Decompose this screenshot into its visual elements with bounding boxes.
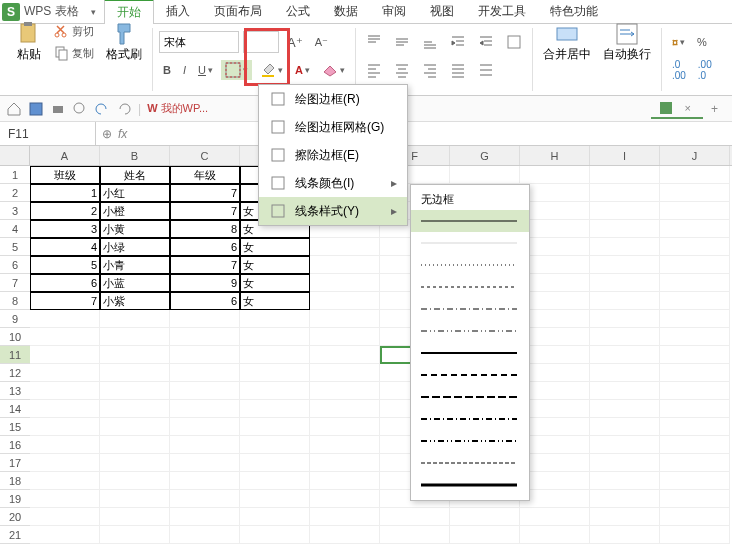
cell[interactable] xyxy=(170,454,240,472)
cell[interactable] xyxy=(310,346,380,364)
cell[interactable] xyxy=(310,454,380,472)
cell[interactable] xyxy=(660,274,730,292)
cell[interactable] xyxy=(100,472,170,490)
cell[interactable] xyxy=(520,310,590,328)
cell[interactable] xyxy=(380,526,450,544)
cell[interactable] xyxy=(240,508,310,526)
cell[interactable]: 4 xyxy=(30,238,100,256)
cell[interactable] xyxy=(660,382,730,400)
cell[interactable] xyxy=(590,184,660,202)
cell[interactable] xyxy=(240,418,310,436)
cell[interactable] xyxy=(520,202,590,220)
cell[interactable] xyxy=(520,238,590,256)
cell[interactable] xyxy=(100,490,170,508)
align-middle-button[interactable] xyxy=(390,32,414,52)
cell[interactable] xyxy=(590,328,660,346)
cell[interactable] xyxy=(310,364,380,382)
cell[interactable] xyxy=(310,310,380,328)
cell[interactable] xyxy=(660,526,730,544)
print-icon[interactable] xyxy=(50,101,66,117)
cell[interactable] xyxy=(450,166,520,184)
font-name-select[interactable] xyxy=(159,31,239,53)
cell[interactable] xyxy=(30,454,100,472)
cell[interactable] xyxy=(590,490,660,508)
row-header[interactable]: 6 xyxy=(0,256,30,274)
font-color-button[interactable]: A▾ xyxy=(291,62,314,78)
cell[interactable] xyxy=(520,508,590,526)
row-header[interactable]: 5 xyxy=(0,238,30,256)
cell[interactable] xyxy=(520,382,590,400)
line-style-option[interactable] xyxy=(411,320,529,342)
tab-close-button[interactable]: × xyxy=(681,102,695,114)
cell[interactable] xyxy=(170,400,240,418)
cell[interactable] xyxy=(100,454,170,472)
menu-数据[interactable]: 数据 xyxy=(322,0,370,23)
cell[interactable] xyxy=(100,526,170,544)
cell[interactable] xyxy=(520,256,590,274)
cell[interactable]: 7 xyxy=(170,202,240,220)
cell[interactable] xyxy=(310,274,380,292)
cell[interactable]: 女 xyxy=(240,256,310,274)
cell[interactable] xyxy=(310,238,380,256)
menu-视图[interactable]: 视图 xyxy=(418,0,466,23)
bold-button[interactable]: B xyxy=(159,62,175,78)
align-left-button[interactable] xyxy=(362,60,386,80)
cell[interactable] xyxy=(100,382,170,400)
cell[interactable] xyxy=(590,256,660,274)
copy-button[interactable]: 复制 xyxy=(50,43,98,63)
cell[interactable] xyxy=(310,418,380,436)
cell[interactable]: 1 xyxy=(30,184,100,202)
col-header-A[interactable]: A xyxy=(30,146,100,165)
cell[interactable] xyxy=(170,328,240,346)
cell[interactable] xyxy=(30,436,100,454)
increase-indent-button[interactable] xyxy=(474,32,498,52)
cell[interactable] xyxy=(240,490,310,508)
cell[interactable] xyxy=(590,364,660,382)
cell[interactable] xyxy=(310,400,380,418)
row-header[interactable]: 13 xyxy=(0,382,30,400)
cell[interactable]: 小青 xyxy=(100,256,170,274)
cell[interactable]: 女 xyxy=(240,292,310,310)
format-painter-button[interactable]: 格式刷 xyxy=(102,20,146,65)
cell[interactable] xyxy=(310,490,380,508)
cell[interactable] xyxy=(170,526,240,544)
row-header[interactable]: 9 xyxy=(0,310,30,328)
cell[interactable] xyxy=(520,292,590,310)
cell[interactable] xyxy=(240,454,310,472)
border-menu-item[interactable]: 线条颜色(I)▸ xyxy=(259,169,407,197)
row-header[interactable]: 14 xyxy=(0,400,30,418)
border-menu-item[interactable]: 擦除边框(E) xyxy=(259,141,407,169)
cell[interactable]: 小蓝 xyxy=(100,274,170,292)
menu-公式[interactable]: 公式 xyxy=(274,0,322,23)
cell[interactable] xyxy=(240,472,310,490)
fill-color-button[interactable]: ▾ xyxy=(256,60,287,80)
line-style-option[interactable] xyxy=(411,408,529,430)
cell[interactable] xyxy=(660,400,730,418)
cell[interactable] xyxy=(100,436,170,454)
cell[interactable] xyxy=(30,328,100,346)
clear-format-button[interactable]: ▾ xyxy=(318,60,349,80)
cell[interactable] xyxy=(240,310,310,328)
cell[interactable] xyxy=(170,508,240,526)
line-style-option[interactable] xyxy=(411,298,529,320)
cell[interactable] xyxy=(30,508,100,526)
cell[interactable]: 9 xyxy=(170,274,240,292)
cell[interactable] xyxy=(30,472,100,490)
cell[interactable] xyxy=(100,508,170,526)
cell[interactable]: 7 xyxy=(170,256,240,274)
cell[interactable] xyxy=(100,418,170,436)
cell[interactable] xyxy=(30,400,100,418)
cell[interactable] xyxy=(660,328,730,346)
col-header-C[interactable]: C xyxy=(170,146,240,165)
function-wizard-button[interactable]: ⊕ xyxy=(102,127,112,141)
row-header[interactable]: 16 xyxy=(0,436,30,454)
cell[interactable] xyxy=(310,382,380,400)
menu-审阅[interactable]: 审阅 xyxy=(370,0,418,23)
cell[interactable] xyxy=(590,526,660,544)
cell[interactable]: 班级 xyxy=(30,166,100,184)
border-menu-item[interactable]: 绘图边框(R) xyxy=(259,85,407,113)
cell[interactable] xyxy=(100,328,170,346)
cell[interactable] xyxy=(170,418,240,436)
my-wps-tab[interactable]: W 我的WP... xyxy=(147,101,208,116)
cell[interactable] xyxy=(590,454,660,472)
